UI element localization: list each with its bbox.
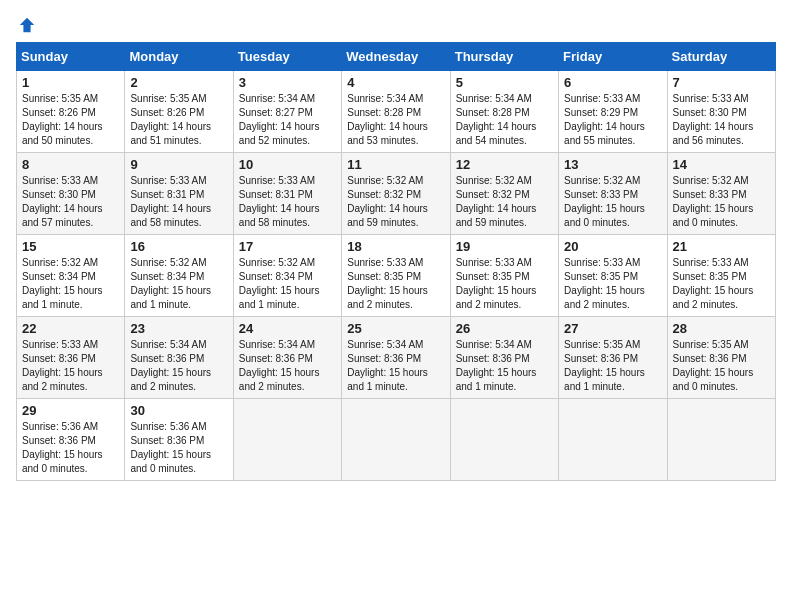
calendar-day-cell [342,399,450,481]
day-number: 11 [347,157,444,172]
day-info: Sunrise: 5:33 AMSunset: 8:31 PMDaylight:… [239,174,336,230]
day-info: Sunrise: 5:35 AMSunset: 8:36 PMDaylight:… [673,338,770,394]
calendar-day-cell: 11Sunrise: 5:32 AMSunset: 8:32 PMDayligh… [342,153,450,235]
calendar-day-cell: 21Sunrise: 5:33 AMSunset: 8:35 PMDayligh… [667,235,775,317]
day-number: 13 [564,157,661,172]
day-info: Sunrise: 5:35 AMSunset: 8:36 PMDaylight:… [564,338,661,394]
calendar-day-cell [667,399,775,481]
day-info: Sunrise: 5:33 AMSunset: 8:30 PMDaylight:… [673,92,770,148]
calendar-day-cell: 19Sunrise: 5:33 AMSunset: 8:35 PMDayligh… [450,235,558,317]
day-info: Sunrise: 5:33 AMSunset: 8:35 PMDaylight:… [456,256,553,312]
calendar-day-cell: 13Sunrise: 5:32 AMSunset: 8:33 PMDayligh… [559,153,667,235]
calendar-day-cell: 5Sunrise: 5:34 AMSunset: 8:28 PMDaylight… [450,71,558,153]
day-number: 9 [130,157,227,172]
calendar-day-cell: 16Sunrise: 5:32 AMSunset: 8:34 PMDayligh… [125,235,233,317]
day-number: 3 [239,75,336,90]
day-number: 10 [239,157,336,172]
day-info: Sunrise: 5:34 AMSunset: 8:36 PMDaylight:… [456,338,553,394]
calendar-day-cell: 23Sunrise: 5:34 AMSunset: 8:36 PMDayligh… [125,317,233,399]
day-number: 28 [673,321,770,336]
day-number: 22 [22,321,119,336]
day-info: Sunrise: 5:34 AMSunset: 8:28 PMDaylight:… [456,92,553,148]
calendar-day-header: Monday [125,43,233,71]
day-info: Sunrise: 5:33 AMSunset: 8:35 PMDaylight:… [673,256,770,312]
calendar-day-cell: 18Sunrise: 5:33 AMSunset: 8:35 PMDayligh… [342,235,450,317]
calendar-day-cell: 10Sunrise: 5:33 AMSunset: 8:31 PMDayligh… [233,153,341,235]
day-number: 2 [130,75,227,90]
day-info: Sunrise: 5:32 AMSunset: 8:32 PMDaylight:… [347,174,444,230]
day-info: Sunrise: 5:36 AMSunset: 8:36 PMDaylight:… [130,420,227,476]
calendar-day-cell: 24Sunrise: 5:34 AMSunset: 8:36 PMDayligh… [233,317,341,399]
calendar-table: SundayMondayTuesdayWednesdayThursdayFrid… [16,42,776,481]
calendar-day-cell: 22Sunrise: 5:33 AMSunset: 8:36 PMDayligh… [17,317,125,399]
day-number: 15 [22,239,119,254]
day-info: Sunrise: 5:34 AMSunset: 8:27 PMDaylight:… [239,92,336,148]
day-number: 6 [564,75,661,90]
calendar-day-cell: 14Sunrise: 5:32 AMSunset: 8:33 PMDayligh… [667,153,775,235]
calendar-day-cell: 8Sunrise: 5:33 AMSunset: 8:30 PMDaylight… [17,153,125,235]
calendar-day-cell [559,399,667,481]
day-number: 23 [130,321,227,336]
calendar-day-cell [450,399,558,481]
day-number: 5 [456,75,553,90]
calendar-week-row: 8Sunrise: 5:33 AMSunset: 8:30 PMDaylight… [17,153,776,235]
day-info: Sunrise: 5:32 AMSunset: 8:32 PMDaylight:… [456,174,553,230]
calendar-day-cell: 25Sunrise: 5:34 AMSunset: 8:36 PMDayligh… [342,317,450,399]
day-number: 26 [456,321,553,336]
day-number: 24 [239,321,336,336]
day-number: 19 [456,239,553,254]
calendar-day-cell: 29Sunrise: 5:36 AMSunset: 8:36 PMDayligh… [17,399,125,481]
calendar-day-cell: 1Sunrise: 5:35 AMSunset: 8:26 PMDaylight… [17,71,125,153]
day-number: 17 [239,239,336,254]
calendar-week-row: 1Sunrise: 5:35 AMSunset: 8:26 PMDaylight… [17,71,776,153]
page-header [16,16,776,34]
calendar-day-header: Thursday [450,43,558,71]
calendar-day-cell: 4Sunrise: 5:34 AMSunset: 8:28 PMDaylight… [342,71,450,153]
calendar-day-cell: 3Sunrise: 5:34 AMSunset: 8:27 PMDaylight… [233,71,341,153]
calendar-day-header: Tuesday [233,43,341,71]
day-info: Sunrise: 5:33 AMSunset: 8:35 PMDaylight:… [564,256,661,312]
calendar-week-row: 29Sunrise: 5:36 AMSunset: 8:36 PMDayligh… [17,399,776,481]
logo [16,16,36,34]
calendar-day-cell: 9Sunrise: 5:33 AMSunset: 8:31 PMDaylight… [125,153,233,235]
day-info: Sunrise: 5:33 AMSunset: 8:30 PMDaylight:… [22,174,119,230]
day-number: 7 [673,75,770,90]
calendar-day-header: Friday [559,43,667,71]
day-number: 14 [673,157,770,172]
day-info: Sunrise: 5:32 AMSunset: 8:33 PMDaylight:… [673,174,770,230]
day-number: 18 [347,239,444,254]
calendar-week-row: 15Sunrise: 5:32 AMSunset: 8:34 PMDayligh… [17,235,776,317]
day-info: Sunrise: 5:34 AMSunset: 8:28 PMDaylight:… [347,92,444,148]
day-info: Sunrise: 5:32 AMSunset: 8:34 PMDaylight:… [130,256,227,312]
calendar-day-cell: 6Sunrise: 5:33 AMSunset: 8:29 PMDaylight… [559,71,667,153]
calendar-day-cell: 17Sunrise: 5:32 AMSunset: 8:34 PMDayligh… [233,235,341,317]
calendar-day-header: Saturday [667,43,775,71]
calendar-day-cell: 12Sunrise: 5:32 AMSunset: 8:32 PMDayligh… [450,153,558,235]
calendar-day-cell: 20Sunrise: 5:33 AMSunset: 8:35 PMDayligh… [559,235,667,317]
day-number: 30 [130,403,227,418]
day-number: 8 [22,157,119,172]
day-number: 1 [22,75,119,90]
day-number: 16 [130,239,227,254]
day-number: 27 [564,321,661,336]
day-info: Sunrise: 5:34 AMSunset: 8:36 PMDaylight:… [347,338,444,394]
day-info: Sunrise: 5:32 AMSunset: 8:33 PMDaylight:… [564,174,661,230]
calendar-day-cell: 30Sunrise: 5:36 AMSunset: 8:36 PMDayligh… [125,399,233,481]
day-info: Sunrise: 5:33 AMSunset: 8:36 PMDaylight:… [22,338,119,394]
logo-icon [18,16,36,34]
calendar-day-cell: 2Sunrise: 5:35 AMSunset: 8:26 PMDaylight… [125,71,233,153]
calendar-day-cell: 27Sunrise: 5:35 AMSunset: 8:36 PMDayligh… [559,317,667,399]
day-info: Sunrise: 5:33 AMSunset: 8:31 PMDaylight:… [130,174,227,230]
day-number: 21 [673,239,770,254]
day-number: 12 [456,157,553,172]
svg-marker-0 [20,18,34,32]
day-info: Sunrise: 5:32 AMSunset: 8:34 PMDaylight:… [239,256,336,312]
calendar-day-cell: 7Sunrise: 5:33 AMSunset: 8:30 PMDaylight… [667,71,775,153]
day-number: 29 [22,403,119,418]
day-number: 4 [347,75,444,90]
day-info: Sunrise: 5:34 AMSunset: 8:36 PMDaylight:… [239,338,336,394]
day-info: Sunrise: 5:35 AMSunset: 8:26 PMDaylight:… [22,92,119,148]
calendar-day-header: Sunday [17,43,125,71]
calendar-header-row: SundayMondayTuesdayWednesdayThursdayFrid… [17,43,776,71]
day-number: 25 [347,321,444,336]
